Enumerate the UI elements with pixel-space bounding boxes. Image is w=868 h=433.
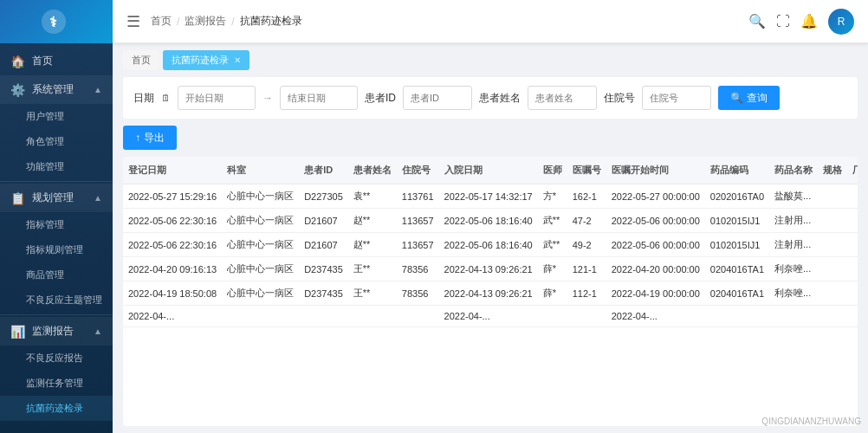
fullscreen-icon[interactable]: ⛶ <box>776 14 790 29</box>
cell-dept: 心脏中心一病区 <box>222 281 299 306</box>
cell-manufacturer <box>847 306 858 327</box>
sidebar-nav: 🏠 首页 ⚙️ 系统管理 ▲ 用户管理 角色管理 功能管理 📋 规划管理 ▲ 指… <box>0 43 113 424</box>
col-spec: 规格 <box>818 157 847 184</box>
breadcrumb-home[interactable]: 首页 <box>151 14 172 29</box>
filter-date-to[interactable] <box>280 86 358 110</box>
sidebar-sub-label: 角色管理 <box>26 136 64 146</box>
cell-manufacturer <box>847 281 858 306</box>
watermark: QINGDIANANZHUWANG <box>761 417 861 426</box>
filter-patient-id[interactable] <box>403 86 472 110</box>
col-dept: 科室 <box>222 157 299 184</box>
sidebar-divider <box>0 181 113 182</box>
cell-order-start: 2022-04-19 00:00:00 <box>606 281 705 306</box>
content-area: 首页 抗菌药迹检录 ✕ 日期 🗓 → 患者ID 患者姓名 住院号 🔍 查询 <box>113 43 868 433</box>
cell-record-no: 113657 <box>397 209 439 233</box>
cell-manufacturer <box>847 209 858 233</box>
sidebar-item-role-mgmt[interactable]: 角色管理 <box>0 129 113 154</box>
toolbar-row: ↑ 导出 <box>123 126 858 150</box>
cell-doctor <box>538 306 567 327</box>
filter-patient-name[interactable] <box>528 86 597 110</box>
cell-drug-name: 注射用... <box>769 209 818 233</box>
cell-drug-code: 0202016TA0 <box>705 184 769 209</box>
sidebar-sub-label: 指标管理 <box>26 219 64 229</box>
sidebar-item-monitor[interactable]: 📊 监测报告 ▲ <box>0 317 113 346</box>
sidebar-divider2 <box>0 314 113 315</box>
tab-home[interactable]: 首页 <box>123 50 159 70</box>
tab-antibiotic[interactable]: 抗菌药迹检录 ✕ <box>163 50 249 70</box>
cell-patient-name: 赵** <box>348 209 397 233</box>
cell-patient-name: 赵** <box>348 233 397 257</box>
cell-reg-date: 2022-05-27 15:29:16 <box>123 184 222 209</box>
avatar[interactable]: R <box>828 9 854 35</box>
sidebar-item-monitor-task[interactable]: 监测任务管理 <box>0 371 113 396</box>
col-patient-name: 患者姓名 <box>348 157 397 184</box>
cell-order-no: 162-1 <box>567 184 606 209</box>
col-drug-name: 药品名称 <box>769 157 818 184</box>
sidebar-item-drug-mgmt[interactable]: 商品管理 <box>0 262 113 288</box>
col-manufacturer: 厂家 <box>847 157 858 184</box>
sidebar-item-home[interactable]: 🏠 首页 <box>0 47 113 75</box>
cell-order-no: 121-1 <box>567 257 606 281</box>
export-button[interactable]: ↑ 导出 <box>123 126 177 150</box>
sidebar-sub-label: 商品管理 <box>26 269 64 280</box>
table-row: 2022-04-20 09:16:13 心脏中心一病区 D237435 王** … <box>123 257 858 281</box>
filter-date-from[interactable] <box>178 86 256 110</box>
search-button[interactable]: 🔍 查询 <box>718 86 780 110</box>
tabs-bar: 首页 抗菌药迹检录 ✕ <box>123 50 858 70</box>
cell-record-no: 113761 <box>397 184 439 209</box>
sidebar-item-indicator-mgmt[interactable]: 指标管理 <box>0 212 113 237</box>
avatar-text: R <box>838 16 845 28</box>
cell-order-no <box>567 306 606 327</box>
sidebar-item-indicator-rule[interactable]: 指标规则管理 <box>0 237 113 262</box>
sidebar-item-adverse-main[interactable]: 不良反应主题管理 <box>0 288 113 313</box>
cell-record-no: 78356 <box>397 257 439 281</box>
cell-order-start: 2022-05-06 00:00:00 <box>606 209 705 233</box>
cell-drug-code: 0204016TA1 <box>705 257 769 281</box>
cell-spec <box>818 257 847 281</box>
monitor-icon: 📊 <box>10 325 25 339</box>
sidebar-logo: ⚕ <box>0 0 113 43</box>
data-table-wrapper: 登记日期 科室 患者ID 患者姓名 住院号 入院日期 医师 医嘱号 医嘱开始时间… <box>123 157 858 426</box>
cell-drug-code: 0204016TA1 <box>705 281 769 306</box>
sidebar-item-antibiotic-log[interactable]: 抗菌药迹检录 <box>0 396 113 421</box>
breadcrumb-sep1: / <box>177 16 179 28</box>
sidebar-item-adverse-report[interactable]: 不良反应报告 <box>0 346 113 371</box>
sidebar-item-user-mgmt[interactable]: 用户管理 <box>0 104 113 129</box>
cell-admit-date: 2022-05-17 14:32:17 <box>439 184 538 209</box>
hamburger-icon[interactable]: ☰ <box>126 12 140 31</box>
sidebar-item-system[interactable]: ⚙️ 系统管理 ▲ <box>0 75 113 104</box>
cell-dept: 心脏中心一病区 <box>222 257 299 281</box>
sidebar-item-plan-mgmt[interactable]: 📋 规划管理 ▲ <box>0 184 113 212</box>
system-arrow: ▲ <box>94 85 102 94</box>
header-actions: 🔍 ⛶ 🔔 R <box>748 9 854 35</box>
sidebar-item-home-label: 首页 <box>32 54 53 68</box>
sidebar-sub-label: 用户管理 <box>26 111 64 121</box>
filter-record-no[interactable] <box>642 86 711 110</box>
search-btn-icon: 🔍 <box>730 92 743 104</box>
sidebar-item-func-mgmt[interactable]: 功能管理 <box>0 154 113 179</box>
cell-patient-id: D237435 <box>299 281 348 306</box>
col-order-start: 医嘱开始时间 <box>606 157 705 184</box>
cell-doctor: 方* <box>538 184 567 209</box>
cell-patient-id: D21607 <box>299 233 348 257</box>
cell-manufacturer <box>847 257 858 281</box>
sidebar-sub-label: 功能管理 <box>26 161 64 171</box>
sidebar-sub-label: 不良反应主题管理 <box>26 294 102 305</box>
plan-arrow: ▲ <box>94 193 102 203</box>
cell-dept <box>222 306 299 327</box>
tab-close-icon[interactable]: ✕ <box>234 55 241 65</box>
cell-spec <box>818 281 847 306</box>
breadcrumb-current: 抗菌药迹检录 <box>240 14 302 29</box>
filter-date-icon: 🗓 <box>161 93 171 103</box>
watermark-site: QINGDIANANZHUWANG <box>761 417 861 426</box>
cell-patient-name: 王** <box>348 257 397 281</box>
breadcrumb-monitor[interactable]: 监测报告 <box>185 14 226 29</box>
settings-icon[interactable]: 🔔 <box>800 13 818 29</box>
search-btn-label: 查询 <box>747 91 768 106</box>
sidebar-item-monitor-label: 监测报告 <box>32 324 74 339</box>
cell-drug-code: 0102015IJ1 <box>705 233 769 257</box>
filter-date-sep: → <box>262 92 273 104</box>
filter-patient-name-label: 患者姓名 <box>479 91 521 106</box>
cell-doctor: 薛* <box>538 257 567 281</box>
search-icon[interactable]: 🔍 <box>748 13 766 29</box>
